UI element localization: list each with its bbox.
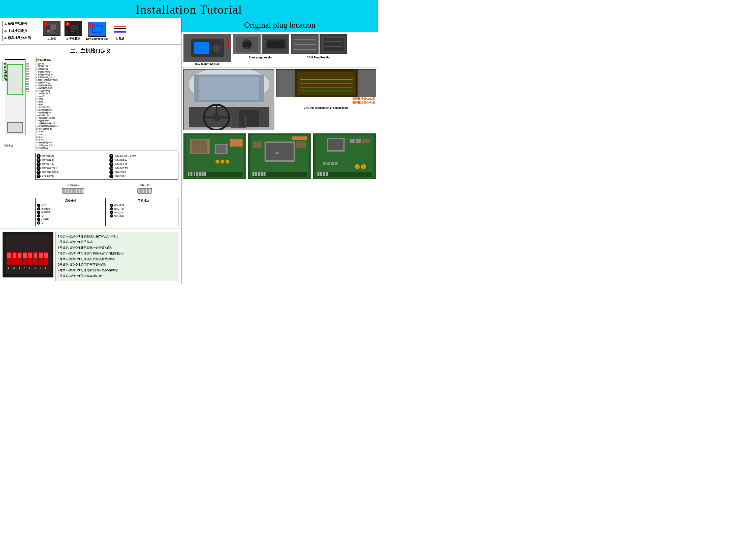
- cn-item-17: 17.边门线(绿色): [36, 106, 177, 109]
- photo-grid-top: Key Mounting Box: [181, 32, 378, 68]
- cn-item-16: 16.锁线: [36, 103, 177, 106]
- svg-rect-140: [252, 172, 308, 177]
- svg-rect-83: [267, 40, 284, 48]
- svg-rect-121: [199, 172, 201, 176]
- svg-rect-3: [51, 27, 56, 30]
- pcb-photo-1: [183, 134, 246, 179]
- nl-row-4: 4 遥控器左中门: [37, 166, 104, 170]
- svg-rect-26: [25, 83, 29, 85]
- cn-item-23: 23.后视镜控制继电器: [36, 122, 177, 125]
- car-interior-photo: [183, 69, 274, 130]
- cn-item-15: 15.锁线: [36, 101, 177, 103]
- car-interior-photo-wrapper: [183, 69, 274, 130]
- circle-9: 9: [109, 162, 113, 166]
- cn-item-24: 24.后视镜控制反电动N线: [36, 125, 177, 128]
- can-photo-svg: [277, 69, 376, 97]
- start-plug-svg-1: [233, 34, 260, 54]
- dip-desc-7: 7号拨码 拨到ON:打开远程启动前先解锁功能;: [58, 267, 176, 273]
- connector-number-list: 1.起车线 2.锁车输出线 3.开锁输出线 4.钥匙检测线(常开) 5.钥匙检测…: [36, 63, 177, 150]
- sb-circle-1: 1: [37, 204, 40, 207]
- nl-label-3: 遥控器寻车: [41, 163, 54, 166]
- pcb-svg-2: chip: [249, 134, 310, 179]
- phone-module-title: 手机模块: [110, 199, 176, 203]
- nl-label-7: 遥控器电源（3.3V）: [114, 154, 137, 158]
- svg-rect-155: [317, 172, 372, 177]
- sub-modules: 启动按钮 1 地线 2 按键检测1: [35, 198, 178, 226]
- svg-text:3: 3: [19, 267, 20, 269]
- svg-rect-152: [350, 139, 355, 143]
- component-label-4: 4. 配线: [116, 37, 124, 40]
- sb-row-6: 6 空: [37, 221, 104, 225]
- nl-row-8: 8 遥控器锁车: [109, 158, 177, 162]
- svg-rect-128: [216, 145, 226, 153]
- svg-rect-146: [292, 137, 308, 140]
- pm-label-4: GSM地线: [114, 214, 124, 217]
- cn-item-27: 27.CAN2_L: [36, 133, 177, 136]
- svg-rect-132: [230, 139, 243, 146]
- nl-col-right: 7 遥控器电源（3.3V） 8 遥控器锁车 9 遥控器开锁: [109, 154, 177, 178]
- svg-point-129: [215, 160, 220, 164]
- svg-rect-43: [144, 189, 146, 192]
- main-layout: 1. 检查产品配件 2. 主机接口定义 3. 原车插头分布图 1: [0, 18, 378, 284]
- key-mount-indicator: [221, 40, 229, 48]
- pcb-photo-3: [313, 134, 376, 179]
- svg-rect-143: [258, 172, 260, 176]
- dip-desc-6: 6号拨码 拨到ON:关闭行车落锁功能;: [58, 262, 176, 267]
- svg-rect-66: [23, 253, 27, 258]
- svg-rect-144: [261, 172, 263, 176]
- svg-rect-138: [253, 141, 262, 148]
- cn-item-31: 31.电源(12v)(常开): [36, 144, 177, 147]
- pm-circle-3: 3: [110, 211, 113, 214]
- nl-label-12: 回避线圈B: [114, 174, 126, 178]
- page-title: Installation Tutorial: [0, 3, 378, 16]
- svg-rect-79: [243, 42, 251, 47]
- svg-rect-34: [66, 189, 68, 192]
- svg-rect-141: [253, 172, 255, 176]
- dip-section: 1 2 3 4 5 6 7 8: [0, 229, 181, 284]
- sb-row-4: 4 空: [37, 214, 104, 217]
- svg-rect-161: [327, 162, 330, 165]
- interface-diagram: 高效天线 数据主线插头 数据主线插头: [3, 57, 178, 226]
- svg-rect-68: [34, 253, 37, 258]
- svg-rect-163: [335, 162, 338, 165]
- start-plug-label: Start plug position: [249, 56, 273, 59]
- start-plug-photos: [233, 34, 289, 54]
- pm-circle-4: 4: [110, 214, 113, 217]
- dip-desc-2: 2号拨码 拨到ON:拉手模式;: [58, 240, 176, 244]
- svg-text:7: 7: [40, 267, 41, 269]
- circle-4: 4: [37, 166, 40, 170]
- svg-text:1: 1: [8, 267, 9, 269]
- sb-label-4: 空: [41, 214, 43, 217]
- svg-rect-160: [323, 162, 326, 165]
- cn-item-22: 22.尾接输出线: [36, 119, 177, 122]
- svg-rect-162: [331, 162, 334, 165]
- nl-label-9: 遥控器开锁: [114, 163, 127, 166]
- pm-circle-1: 1: [110, 204, 113, 207]
- nl-col-left: 1 遥控器地线 2 遥控器尾箱 3 遥控器寻车: [37, 154, 104, 178]
- pcb-svg-3: [314, 134, 375, 179]
- svg-text:8: 8: [45, 267, 46, 269]
- nl-label-4: 遥控器左中门: [41, 166, 57, 170]
- wire-yellow: [114, 30, 126, 30]
- can-plug-photos: [291, 34, 347, 54]
- nl-row-6: 6 回避圈控制: [37, 174, 104, 178]
- svg-rect-154: [362, 139, 370, 143]
- left-panel: 1. 检查产品配件 2. 主机接口定义 3. 原车插头分布图 1: [0, 18, 181, 284]
- pm-circle-2: 2: [110, 207, 113, 211]
- svg-rect-7: [70, 25, 77, 30]
- sb-circle-3: 3: [37, 211, 40, 214]
- svg-rect-116: [187, 172, 243, 177]
- sb-circle-6: 6: [37, 221, 40, 225]
- nl-label-6: 回避圈控制: [41, 174, 54, 178]
- svg-rect-63: [7, 253, 11, 258]
- dip-image: 1 2 3 4 5 6 7 8: [3, 232, 53, 277]
- svg-rect-117: [188, 172, 190, 176]
- nl-label-8: 遥控器锁车: [114, 158, 127, 162]
- key-mount-photo-group: Key Mounting Box: [183, 34, 231, 65]
- pm-row-1: 1 GSM电源: [110, 204, 176, 207]
- interface-section: 二、主机接口定义: [0, 45, 181, 229]
- checklist-item-3: 3. 原车插头分布图: [3, 35, 40, 41]
- wire-green: [114, 31, 126, 32]
- svg-rect-102: [239, 110, 259, 127]
- svg-point-164: [355, 164, 360, 169]
